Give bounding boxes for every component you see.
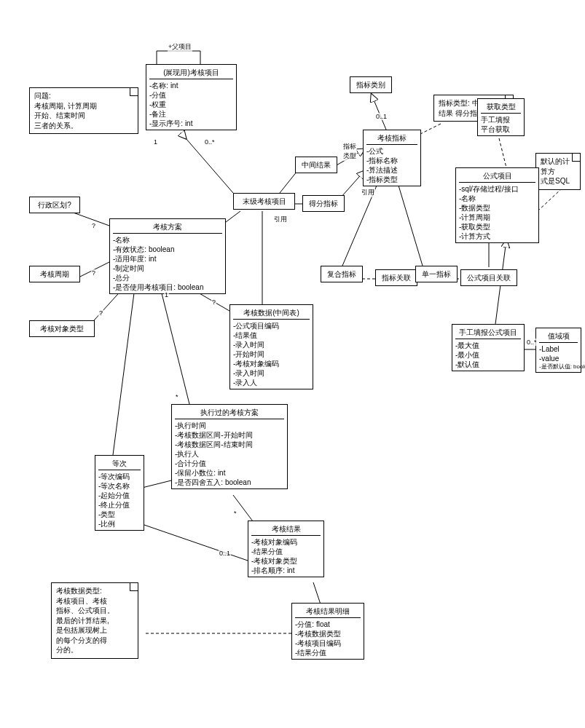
class-grade: 等次 -等次编码 -等次名称 -起始分值 -终止分值 -类型 -比例 xyxy=(95,455,144,531)
attr: -默认值 xyxy=(455,360,521,369)
text: 考核项目、考核 xyxy=(56,596,133,606)
attr: -执行时间 xyxy=(175,421,284,430)
class-single-indicator: 单一指标 xyxy=(415,266,458,282)
attr: -算法描述 xyxy=(366,165,417,175)
class-manual-formula-item: 手工填报公式项目 -最大值 -最小值 -默认值 xyxy=(452,324,525,371)
text: 式是SQL xyxy=(541,176,576,186)
label-parent-item: +父项目 xyxy=(168,42,192,52)
attr: -等次编码 xyxy=(98,472,141,481)
attr: -录入时间 xyxy=(233,340,310,349)
attr: -是否四舍五入: boolean xyxy=(175,478,284,487)
class-indicator-category: 指标类别 xyxy=(350,76,392,93)
attr: -结果值 xyxy=(233,331,310,340)
attr: -考核数据区间-结束时间 xyxy=(175,440,284,449)
label-q: ? xyxy=(91,269,96,277)
class-assess-data: 考核数据(中间表) -公式项目编码 -结果值 -录入时间 -开始时间 -考核对象… xyxy=(229,304,313,389)
attr: -公式 xyxy=(366,146,417,156)
class-scheme: 考核方案 -名称 -有效状态: boolean -适用年度: int -制定时间… xyxy=(109,218,226,294)
attr: -名称: int xyxy=(149,81,233,90)
text: 分的。 xyxy=(56,645,133,655)
attr: -名称 xyxy=(113,235,222,245)
attr: -结果分值 xyxy=(251,547,321,556)
title: 考核数据(中间表) xyxy=(233,306,310,320)
attr: -数据类型 xyxy=(459,203,535,213)
title: 考核方案 xyxy=(113,221,222,234)
title: 考核对象类型 xyxy=(33,323,91,335)
attr: -公式项目编码 xyxy=(233,321,310,331)
class-composite-indicator: 复合指标 xyxy=(321,266,363,282)
attr: -最小值 xyxy=(455,350,521,360)
attr: -value xyxy=(539,354,578,363)
note-data-types: 考核数据类型: 考核项目、考核 指标、公式项目。 最后的计算结果, 是包括展现树… xyxy=(51,582,138,659)
attr: -比例 xyxy=(98,519,141,529)
class-leaf-item: 末级考核项目 xyxy=(233,193,295,210)
attr: -等次名称 xyxy=(98,481,141,491)
text: 指标、公式项目。 xyxy=(56,606,133,616)
class-formula-item: 公式项目 -sql/存储过程/接口 -名称 -数据类型 -计算周期 -获取类型 … xyxy=(455,167,539,243)
attr: -备注 xyxy=(149,109,233,119)
attr: 平台获取 xyxy=(481,124,521,134)
title: 值域项 xyxy=(539,330,578,343)
class-value-domain: 值域项 -Label -value -是否默认值: boolean xyxy=(535,328,581,373)
title: 中间结果 xyxy=(299,159,334,171)
attr: -考核对象编码 xyxy=(233,359,310,368)
title: 考核周期 xyxy=(33,268,76,280)
attr: -排名顺序: int xyxy=(251,566,321,575)
attr: -保留小数位: int xyxy=(175,468,284,478)
attr: -是否默认值: boolean xyxy=(539,363,578,371)
label-one: 1 xyxy=(164,291,169,298)
title: 公式项目 xyxy=(459,170,535,183)
title: 得分指标 xyxy=(306,197,341,210)
attr: -计算周期 xyxy=(459,213,535,222)
label-star: * xyxy=(233,510,237,517)
text: 考核数据类型: xyxy=(56,586,133,596)
class-assess-result: 考核结果 -考核对象编码 -结果分值 -考核对象类型 -排名顺序: int xyxy=(248,521,324,577)
title: 等次 xyxy=(98,457,141,470)
text: 最后的计算结果, xyxy=(56,616,133,626)
class-assess-indicator: 考核指标 -公式 -指标名称 -算法描述 -指标类型 xyxy=(363,130,421,186)
attr: -考核对象类型 xyxy=(251,556,321,566)
title: 手工填报公式项目 xyxy=(455,326,521,339)
attr: -指标名称 xyxy=(366,156,417,165)
attr: -指标类型 xyxy=(366,175,417,184)
attr: -总分 xyxy=(113,273,222,282)
text: 是包括展现树上 xyxy=(56,625,133,636)
class-assess-cycle: 考核周期 xyxy=(29,266,80,282)
label-one: 1 xyxy=(153,138,158,146)
title: 公式项目关联 xyxy=(464,272,514,284)
text: 问题: xyxy=(34,91,133,101)
attr: -制定时间 xyxy=(113,264,222,273)
attr: -显示序号: int xyxy=(149,119,233,128)
label-q: ? xyxy=(91,222,96,229)
attr: -开始时间 xyxy=(233,349,310,359)
class-acquire-type: 获取类型 手工填报 平台获取 xyxy=(477,98,525,136)
class-indicator-assoc: 指标关联 xyxy=(375,269,417,286)
title: 考核指标 xyxy=(366,132,417,145)
attr: -考核对象编码 xyxy=(251,537,321,547)
label-mult: 0..1 xyxy=(375,113,388,120)
title: 末级考核项目 xyxy=(237,195,291,207)
class-admin-division: 行政区划? xyxy=(29,197,80,213)
title: 复合指标 xyxy=(324,268,359,280)
class-formula-item-assoc: 公式项目关联 xyxy=(460,269,517,286)
attr: -录入人 xyxy=(233,378,310,387)
class-reuse-item: (展现用)考核项目 -名称: int -分值 -权重 -备注 -显示序号: in… xyxy=(146,64,237,130)
text: 考核周期, 计算周期 xyxy=(34,101,133,111)
text: 默认的计算方 xyxy=(541,157,576,176)
title: 行政区划? xyxy=(33,199,76,211)
title: 执行过的考核方案 xyxy=(175,406,284,419)
class-target-type: 考核对象类型 xyxy=(29,320,95,337)
attr: -名称 xyxy=(459,194,535,203)
label-q: ? xyxy=(211,298,216,306)
attr: 手工填报 xyxy=(481,115,521,124)
attr: -考核数据区间-开始时间 xyxy=(175,430,284,440)
text: 三者的关系。 xyxy=(34,121,133,131)
attr: -适用年度: int xyxy=(113,254,222,264)
attr: -类型 xyxy=(98,510,141,519)
label-star: * xyxy=(175,393,179,400)
label-ref: 引用 xyxy=(361,188,375,197)
label-mult: 0..1 xyxy=(219,550,231,557)
attr: -获取类型 xyxy=(459,222,535,232)
text: 的每个分支的得 xyxy=(56,636,133,646)
title: 考核结果 xyxy=(251,523,321,536)
